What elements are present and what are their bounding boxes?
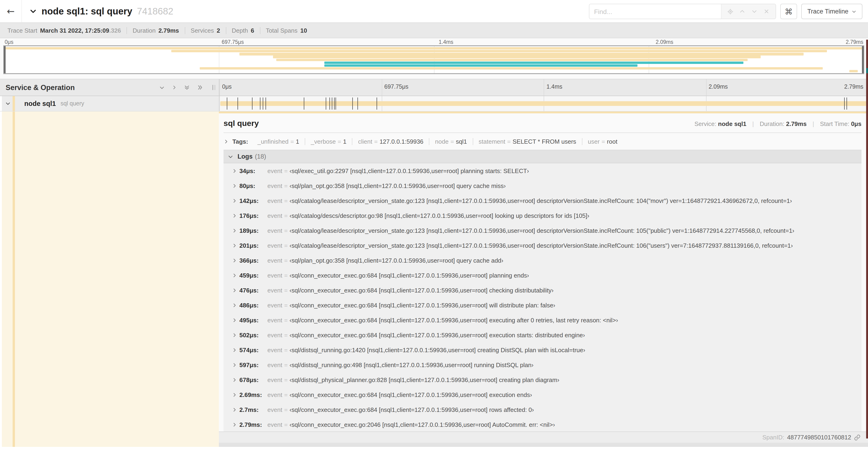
tag-item: _verbose=1	[305, 138, 352, 145]
jaeger-trace-page: ← node sql1: sql query 7418682	[0, 0, 868, 459]
log-expand-chevron-icon[interactable]	[232, 302, 239, 308]
log-expand-chevron-icon[interactable]	[232, 347, 239, 352]
timeline-minimap: 0μs697.75μs1.4ms2.09ms2.79ms	[0, 38, 868, 79]
log-row[interactable]: 366μs:event=‹sql/plan_opt.go:358 [nsql1,…	[223, 253, 862, 268]
log-row[interactable]: 495μs:event=‹sql/conn_executor_exec.go:6…	[223, 313, 862, 327]
log-row[interactable]: 459μs:event=‹sql/conn_executor_exec.go:6…	[223, 268, 862, 283]
expand-one-icon[interactable]	[172, 85, 177, 90]
find-clear-icon[interactable]	[761, 5, 773, 18]
log-marker-tick[interactable]	[846, 97, 847, 110]
log-row[interactable]: 189μs:event=‹sql/catalog/lease/descripto…	[223, 223, 862, 238]
log-marker-tick[interactable]	[227, 97, 227, 110]
span-duration-bar[interactable]	[220, 101, 867, 106]
summary-item: Duration2.79ms	[127, 27, 185, 34]
span-color-stripe	[12, 111, 15, 447]
log-expand-chevron-icon[interactable]	[232, 422, 239, 427]
page-scrollbar[interactable]	[866, 40, 868, 438]
gridline	[706, 79, 706, 96]
log-marker-tick[interactable]	[260, 97, 260, 110]
log-expand-chevron-icon[interactable]	[232, 392, 239, 397]
minimap-left-handle[interactable]	[4, 46, 6, 73]
tick-label: 0μs	[219, 84, 232, 90]
log-row[interactable]: 80μs:event=‹sql/plan_opt.go:358 [nsql1,c…	[223, 178, 862, 193]
log-marker-tick[interactable]	[336, 97, 336, 110]
log-row[interactable]: 34μs:event=‹sql/exec_util.go:2297 [nsql1…	[223, 163, 862, 178]
log-expand-chevron-icon[interactable]	[232, 288, 239, 293]
log-expand-chevron-icon[interactable]	[232, 332, 239, 337]
tags-row[interactable]: Tags: _unfinished=1_verbose=1client=127.…	[223, 133, 862, 150]
find-prev-icon[interactable]	[736, 5, 748, 18]
log-marker-tick[interactable]	[304, 97, 305, 110]
collapse-one-icon[interactable]	[159, 85, 165, 90]
log-field-key: event	[268, 331, 282, 338]
expand-all-icon[interactable]	[197, 85, 203, 91]
gridline	[544, 79, 544, 96]
log-timestamp: 574μs:	[239, 346, 268, 353]
log-row[interactable]: 486μs:event=‹sql/conn_executor_exec.go:6…	[223, 298, 862, 313]
log-expand-chevron-icon[interactable]	[232, 377, 239, 382]
log-marker-tick[interactable]	[358, 97, 358, 110]
log-row[interactable]: 142μs:event=‹sql/catalog/lease/descripto…	[223, 193, 862, 208]
column-resizer[interactable]	[212, 85, 215, 90]
log-expand-chevron-icon[interactable]	[232, 213, 239, 218]
log-row[interactable]: 2.79ms:event=‹sql/conn_executor_exec.go:…	[223, 417, 862, 431]
find-next-icon[interactable]	[748, 5, 761, 18]
log-row[interactable]: 176μs:event=‹sql/catalog/descs/descripto…	[223, 208, 862, 223]
log-row[interactable]: 2.7ms:event=‹sql/conn_executor_exec.go:6…	[223, 402, 862, 417]
log-field-key: event	[268, 406, 282, 413]
log-expand-chevron-icon[interactable]	[232, 198, 239, 203]
log-expand-chevron-icon[interactable]	[232, 258, 239, 263]
log-row[interactable]: 201μs:event=‹sql/catalog/lease/descripto…	[223, 238, 862, 253]
span-bar-cell[interactable]	[219, 96, 868, 111]
tags-expand-chevron-icon[interactable]	[223, 139, 229, 144]
log-marker-tick[interactable]	[377, 97, 377, 110]
keyboard-shortcuts-button[interactable]: ⌘	[780, 4, 797, 19]
log-row[interactable]: 502μs:event=‹sql/conn_executor_exec.go:6…	[223, 327, 862, 342]
log-expand-chevron-icon[interactable]	[232, 318, 239, 323]
top-bar: ← node sql1: sql query 7418682	[0, 0, 868, 22]
collapse-trace-chevron-icon[interactable]	[29, 7, 37, 15]
minimap-span-bar	[239, 53, 804, 56]
log-expand-chevron-icon[interactable]	[232, 407, 239, 412]
log-marker-tick[interactable]	[334, 97, 334, 110]
log-marker-tick[interactable]	[352, 97, 353, 110]
log-row[interactable]: 678μs:event=‹sql/distsql_physical_planne…	[223, 372, 862, 387]
summary-item: Depth6	[226, 27, 260, 34]
log-marker-tick[interactable]	[238, 97, 238, 110]
log-expand-chevron-icon[interactable]	[232, 243, 239, 248]
log-row[interactable]: 2.69ms:event=‹sql/conn_executor_exec.go:…	[223, 387, 862, 402]
logs-header[interactable]: Logs (18)	[223, 150, 862, 163]
log-row[interactable]: 574μs:event=‹sql/distsql_running.go:1420…	[223, 342, 862, 357]
tick-label: 2.09ms	[706, 84, 728, 90]
log-row[interactable]: 476μs:event=‹sql/conn_executor_exec.go:6…	[223, 283, 862, 298]
log-field-value: ‹sql/distsql_physical_planner.go:828 [ns…	[289, 376, 559, 383]
log-marker-tick[interactable]	[326, 97, 326, 110]
tags-label: Tags:	[232, 138, 248, 145]
log-marker-tick[interactable]	[332, 97, 332, 110]
logs-collapse-chevron-icon[interactable]	[228, 154, 233, 159]
minimap-canvas[interactable]	[4, 46, 864, 74]
collapse-all-icon[interactable]	[184, 85, 190, 91]
log-marker-tick[interactable]	[844, 97, 845, 110]
log-expand-chevron-icon[interactable]	[232, 362, 239, 367]
back-button[interactable]: ←	[0, 0, 22, 22]
deep-link-icon[interactable]	[854, 434, 861, 440]
span-detail-left-panel	[0, 111, 219, 447]
minimap-span-bar	[849, 70, 858, 72]
log-marker-tick[interactable]	[330, 97, 330, 110]
log-marker-tick[interactable]	[252, 97, 252, 110]
log-expand-chevron-icon[interactable]	[232, 168, 239, 173]
log-expand-chevron-icon[interactable]	[232, 228, 239, 233]
trace-view-select[interactable]: Trace Timeline	[801, 4, 862, 19]
log-marker-tick[interactable]	[266, 97, 266, 110]
locate-icon[interactable]	[724, 5, 736, 18]
log-marker-tick[interactable]	[263, 97, 263, 110]
log-field-value: ‹sql/plan_opt.go:358 [nsql1,client=127.0…	[289, 257, 503, 264]
log-expand-chevron-icon[interactable]	[232, 273, 239, 278]
log-expand-chevron-icon[interactable]	[232, 183, 239, 188]
find-input[interactable]	[589, 4, 721, 19]
span-collapse-chevron-icon[interactable]	[5, 101, 11, 106]
minimap-right-handle[interactable]	[862, 46, 864, 73]
span-name-cell[interactable]: node sql1 sql query	[0, 96, 219, 111]
log-row[interactable]: 597μs:event=‹sql/distsql_running.go:498 …	[223, 357, 862, 372]
